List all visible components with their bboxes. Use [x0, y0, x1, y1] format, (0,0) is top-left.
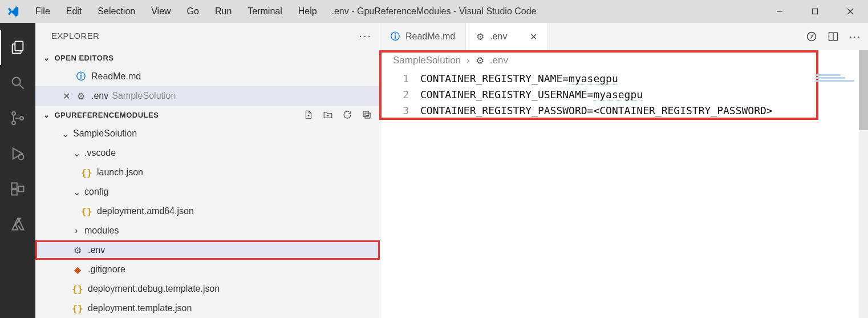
file-deployment-amd64[interactable]: {} deployment.amd64.json [35, 202, 380, 221]
svg-rect-12 [12, 190, 17, 195]
menu-selection[interactable]: Selection [90, 0, 143, 23]
folder-config[interactable]: ⌄ config [35, 182, 380, 202]
file-gitignore[interactable]: ◆ .gitignore [35, 260, 380, 279]
file-path-suffix: SampleSolution [112, 91, 176, 101]
sidebar-title: EXPLORER [51, 31, 99, 41]
open-editor-readme[interactable]: ⓘ ReadMe.md [35, 67, 380, 86]
file-tree: ⌄ SampleSolution ⌄ .vscode {} launch.jso… [35, 124, 380, 318]
chevron-right-icon: › [72, 226, 81, 236]
gear-icon: ⚙ [476, 55, 484, 67]
more-icon[interactable]: ··· [849, 31, 861, 43]
menu-bar: File Edit Selection View Go Run Terminal… [27, 0, 325, 23]
project-label: GPUREFERENCEMODULES [55, 111, 159, 119]
activity-run-debug-icon[interactable] [0, 136, 35, 171]
activity-search-icon[interactable] [0, 65, 35, 100]
vscode-logo-icon [3, 2, 23, 21]
window-controls [762, 0, 868, 23]
folder-modules[interactable]: › modules [35, 221, 380, 240]
gear-icon: ⚙ [72, 245, 83, 256]
line-gutter: 1 2 3 [380, 71, 420, 318]
breadcrumb-folder[interactable]: SampleSolution [393, 55, 461, 66]
gear-icon: ⚙ [75, 91, 87, 102]
chevron-down-icon: ⌄ [72, 148, 81, 159]
code-editor[interactable]: 1 2 3 CONTAINER_REGISTRY_NAME=myasegpu C… [380, 71, 868, 318]
sidebar: EXPLORER ··· ⌄ OPEN EDITORS ⓘ ReadMe.md … [35, 23, 380, 318]
new-file-icon[interactable] [303, 110, 314, 120]
activity-source-control-icon[interactable] [0, 100, 35, 136]
breadcrumb-file[interactable]: .env [490, 55, 508, 66]
maximize-button[interactable] [797, 0, 833, 23]
chevron-down-icon: ⌄ [72, 187, 81, 198]
code-content[interactable]: CONTAINER_REGISTRY_NAME=myasegpu CONTAIN… [420, 71, 868, 318]
refresh-icon[interactable] [342, 110, 352, 120]
project-header-actions [303, 110, 372, 120]
svg-point-5 [13, 78, 21, 86]
tab-env[interactable]: ⚙ .env ✕ [466, 23, 548, 50]
json-icon: {} [72, 303, 83, 314]
open-editors-header[interactable]: ⌄ OPEN EDITORS [35, 49, 380, 67]
svg-point-10 [18, 154, 23, 159]
tab-bar: ⓘ ReadMe.md ⚙ .env ✕ ··· [380, 23, 868, 50]
split-editor-icon[interactable] [828, 31, 839, 42]
close-icon[interactable]: ✕ [530, 31, 537, 42]
file-launch-json[interactable]: {} launch.json [35, 163, 380, 182]
open-editor-env[interactable]: ✕ ⚙ .env SampleSolution [35, 86, 380, 106]
folder-samplesolution[interactable]: ⌄ SampleSolution [35, 124, 380, 143]
main-area: EXPLORER ··· ⌄ OPEN EDITORS ⓘ ReadMe.md … [0, 23, 868, 318]
chevron-down-icon: ⌄ [43, 111, 50, 119]
chevron-down-icon: ⌄ [43, 54, 50, 62]
run-icon[interactable] [806, 31, 817, 42]
menu-go[interactable]: Go [179, 0, 207, 23]
file-name: ReadMe.md [91, 71, 141, 82]
scroll-thumb[interactable] [859, 50, 868, 130]
editor-group: ⓘ ReadMe.md ⚙ .env ✕ ··· SampleSolution … [380, 23, 868, 318]
open-editors-label: OPEN EDITORS [55, 54, 114, 62]
activity-extensions-icon[interactable] [0, 171, 35, 207]
project-header[interactable]: ⌄ GPUREFERENCEMODULES [35, 106, 380, 124]
sidebar-more-icon[interactable]: ··· [359, 29, 372, 42]
app-root: File Edit Selection View Go Run Terminal… [0, 0, 868, 318]
vertical-scrollbar[interactable] [859, 50, 868, 318]
svg-point-9 [20, 116, 23, 120]
info-icon: ⓘ [391, 31, 400, 43]
menu-view[interactable]: View [143, 0, 179, 23]
folder-vscode[interactable]: ⌄ .vscode [35, 143, 380, 163]
line-number: 2 [380, 87, 409, 103]
menu-run[interactable]: Run [207, 0, 240, 23]
chevron-right-icon: › [467, 55, 470, 66]
menu-file[interactable]: File [27, 0, 58, 23]
file-env[interactable]: ⚙ .env [35, 240, 380, 260]
title-bar: File Edit Selection View Go Run Terminal… [0, 0, 868, 23]
editor-actions: ··· [806, 23, 861, 50]
svg-point-7 [12, 112, 15, 115]
file-name: .env [91, 91, 108, 101]
activity-azure-icon[interactable] [0, 207, 35, 242]
menu-edit[interactable]: Edit [58, 0, 90, 23]
json-icon: {} [81, 167, 92, 178]
breadcrumb[interactable]: SampleSolution › ⚙ .env [380, 50, 868, 71]
new-folder-icon[interactable] [323, 110, 333, 120]
svg-rect-4 [15, 42, 23, 51]
minimap[interactable] [816, 74, 855, 83]
svg-rect-11 [12, 183, 17, 188]
sidebar-header: EXPLORER ··· [35, 23, 380, 49]
menu-help[interactable]: Help [290, 0, 325, 23]
minimize-button[interactable] [762, 0, 797, 23]
svg-rect-1 [813, 9, 818, 14]
file-deployment-debug-template[interactable]: {} deployment.debug.template.json [35, 279, 380, 299]
svg-line-6 [20, 85, 24, 89]
chevron-down-icon: ⌄ [60, 128, 70, 139]
tab-label: .env [490, 31, 507, 42]
line-number: 3 [380, 103, 409, 119]
close-icon[interactable]: ✕ [60, 91, 72, 102]
close-button[interactable] [833, 0, 868, 23]
tab-label: ReadMe.md [405, 31, 455, 42]
collapse-all-icon[interactable] [362, 110, 372, 120]
file-deployment-template[interactable]: {} deployment.template.json [35, 299, 380, 318]
activity-bar [0, 23, 35, 318]
menu-terminal[interactable]: Terminal [240, 0, 290, 23]
tab-readme[interactable]: ⓘ ReadMe.md [380, 23, 466, 50]
info-icon: ⓘ [75, 71, 87, 83]
line-number: 1 [380, 71, 409, 87]
activity-explorer-icon[interactable] [0, 30, 35, 65]
